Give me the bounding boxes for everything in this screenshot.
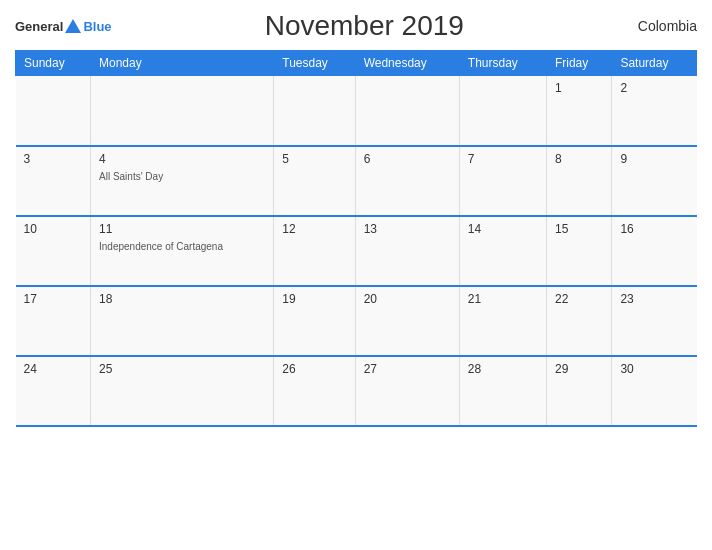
day-number: 3 [24, 152, 83, 166]
calendar-cell: 9 [612, 146, 697, 216]
calendar-week-row: 1011Independence of Cartagena1213141516 [16, 216, 697, 286]
calendar-cell: 28 [459, 356, 546, 426]
calendar-cell: 23 [612, 286, 697, 356]
calendar-cell: 3 [16, 146, 91, 216]
day-number: 30 [620, 362, 688, 376]
day-header-tuesday: Tuesday [274, 51, 355, 76]
day-number: 23 [620, 292, 688, 306]
day-number: 1 [555, 81, 603, 95]
calendar-table: SundayMondayTuesdayWednesdayThursdayFrid… [15, 50, 697, 427]
calendar-body: 1234All Saints' Day567891011Independence… [16, 76, 697, 426]
calendar-cell: 21 [459, 286, 546, 356]
day-number: 10 [24, 222, 83, 236]
day-header-friday: Friday [546, 51, 611, 76]
day-number: 9 [620, 152, 688, 166]
day-number: 12 [282, 222, 346, 236]
day-header-monday: Monday [91, 51, 274, 76]
calendar-cell: 5 [274, 146, 355, 216]
logo: General Blue [15, 19, 112, 34]
calendar-cell: 25 [91, 356, 274, 426]
calendar-cell: 26 [274, 356, 355, 426]
day-event: All Saints' Day [99, 171, 163, 182]
day-number: 7 [468, 152, 538, 166]
calendar-cell [91, 76, 274, 146]
calendar-cell: 6 [355, 146, 459, 216]
calendar-cell [16, 76, 91, 146]
calendar-cell: 29 [546, 356, 611, 426]
day-number: 21 [468, 292, 538, 306]
calendar-header: SundayMondayTuesdayWednesdayThursdayFrid… [16, 51, 697, 76]
calendar-cell: 16 [612, 216, 697, 286]
calendar-week-row: 24252627282930 [16, 356, 697, 426]
country-label: Colombia [617, 18, 697, 34]
calendar-cell: 7 [459, 146, 546, 216]
day-number: 8 [555, 152, 603, 166]
day-number: 19 [282, 292, 346, 306]
day-number: 25 [99, 362, 265, 376]
day-number: 5 [282, 152, 346, 166]
day-number: 2 [620, 81, 688, 95]
header: General Blue November 2019 Colombia [15, 10, 697, 42]
day-number: 22 [555, 292, 603, 306]
day-number: 11 [99, 222, 265, 236]
day-header-saturday: Saturday [612, 51, 697, 76]
day-number: 28 [468, 362, 538, 376]
calendar-title: November 2019 [112, 10, 617, 42]
page: General Blue November 2019 Colombia Sund… [0, 0, 712, 550]
calendar-cell: 8 [546, 146, 611, 216]
calendar-cell: 30 [612, 356, 697, 426]
day-header-thursday: Thursday [459, 51, 546, 76]
day-number: 14 [468, 222, 538, 236]
calendar-cell: 2 [612, 76, 697, 146]
calendar-cell: 4All Saints' Day [91, 146, 274, 216]
day-number: 20 [364, 292, 451, 306]
calendar-cell: 13 [355, 216, 459, 286]
day-header-wednesday: Wednesday [355, 51, 459, 76]
calendar-cell: 1 [546, 76, 611, 146]
calendar-cell [274, 76, 355, 146]
calendar-cell: 24 [16, 356, 91, 426]
day-event: Independence of Cartagena [99, 241, 223, 252]
calendar-cell: 22 [546, 286, 611, 356]
day-number: 16 [620, 222, 688, 236]
calendar-cell: 17 [16, 286, 91, 356]
day-number: 15 [555, 222, 603, 236]
calendar-cell [459, 76, 546, 146]
calendar-cell: 10 [16, 216, 91, 286]
logo-general-text: General [15, 19, 63, 34]
day-number: 24 [24, 362, 83, 376]
logo-blue-text: Blue [83, 19, 111, 34]
day-number: 27 [364, 362, 451, 376]
calendar-cell: 27 [355, 356, 459, 426]
calendar-cell: 20 [355, 286, 459, 356]
day-number: 13 [364, 222, 451, 236]
calendar-cell [355, 76, 459, 146]
day-number: 29 [555, 362, 603, 376]
calendar-cell: 12 [274, 216, 355, 286]
day-number: 6 [364, 152, 451, 166]
day-number: 4 [99, 152, 265, 166]
day-number: 17 [24, 292, 83, 306]
calendar-cell: 18 [91, 286, 274, 356]
calendar-week-row: 12 [16, 76, 697, 146]
logo-triangle-icon [65, 19, 81, 33]
calendar-cell: 19 [274, 286, 355, 356]
calendar-week-row: 17181920212223 [16, 286, 697, 356]
day-number: 26 [282, 362, 346, 376]
calendar-cell: 15 [546, 216, 611, 286]
day-header-sunday: Sunday [16, 51, 91, 76]
calendar-week-row: 34All Saints' Day56789 [16, 146, 697, 216]
calendar-cell: 11Independence of Cartagena [91, 216, 274, 286]
day-number: 18 [99, 292, 265, 306]
days-header-row: SundayMondayTuesdayWednesdayThursdayFrid… [16, 51, 697, 76]
calendar-cell: 14 [459, 216, 546, 286]
